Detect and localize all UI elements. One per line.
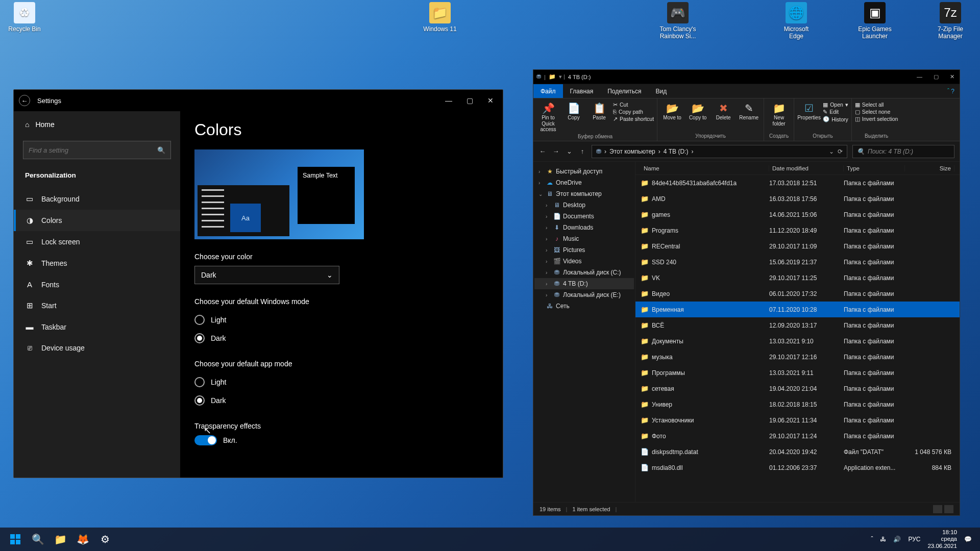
tray-network-icon[interactable]: 🖧 [880,536,886,543]
desktop-icon[interactable]: ▣Epic Games Launcher [855,2,894,40]
tray-chevron-icon[interactable]: ˆ [871,536,873,543]
delete-button[interactable]: ✖Delete [712,101,735,121]
table-row[interactable]: 📁музыка29.10.2017 12:16Папка с файлами [635,349,960,365]
table-row[interactable]: 📁Видео06.01.2020 17:32Папка с файлами [635,286,960,302]
col-type[interactable]: Type [844,165,905,171]
settings-button[interactable]: ⚙ [94,528,116,550]
back-icon[interactable]: ← [19,95,30,106]
tree-node[interactable]: 🖧Сеть [534,300,634,312]
sidebar-item-lock-screen[interactable]: ▭Lock screen [14,231,180,253]
sidebar-item-background[interactable]: ▭Background [14,188,180,210]
sidebar-item-taskbar[interactable]: ▬Taskbar [14,316,180,337]
table-row[interactable]: 📁Документы13.03.2021 9:10Папка с файлами [635,333,960,349]
table-row[interactable]: 📁Временная07.11.2020 10:28Папка с файлам… [635,302,960,317]
table-row[interactable]: 📁сетевая19.04.2020 21:04Папка с файлами [635,381,960,396]
newfolder-button[interactable]: 📁New folder [767,101,791,127]
column-headers[interactable]: Name Date modified Type Size [635,162,960,175]
table-row[interactable]: 📁AMD16.03.2018 17:56Папка с файлами [635,191,960,207]
tab-home[interactable]: Главная [563,84,601,98]
minimize-icon[interactable]: — [917,73,922,80]
copypath-button[interactable]: ⎘ Copy path [613,109,654,115]
settings-titlebar[interactable]: ← Settings — ▢ ✕ [14,90,503,111]
tab-share[interactable]: Поделиться [600,84,648,98]
app-mode-dark[interactable]: Dark [194,391,488,410]
tray-volume-icon[interactable]: 🔊 [893,536,901,543]
ribbon-toggle[interactable]: ˆ ? [942,88,960,95]
tray-lang[interactable]: РУС [908,536,920,543]
taskbar[interactable]: 🔍 📁 🦊 ⚙ ˆ 🖧 🔊 РУС 18:10 среда 23.06.2021… [0,528,980,551]
col-name[interactable]: Name [641,165,769,171]
tree-node[interactable]: ›⛃Локальный диск (E:) [534,289,634,300]
nav-fwd-icon[interactable]: → [552,147,560,155]
explorer-titlebar[interactable]: ⛃|📁▾ |4 ТВ (D:) — ▢ ✕ [533,70,960,84]
tree-node[interactable]: ›🖼Pictures [534,244,634,256]
table-row[interactable]: 📁Programs11.12.2020 18:49Папка с файлами [635,222,960,238]
selectnone-button[interactable]: ▢ Select none [855,109,898,115]
edit-button[interactable]: ✎ Edit [823,109,848,115]
tree-node[interactable]: ›📄Documents [534,211,634,222]
close-icon[interactable]: ✕ [487,96,494,105]
tab-view[interactable]: Вид [648,84,674,98]
close-icon[interactable]: ✕ [950,73,954,80]
breadcrumb-pc[interactable]: Этот компьютер [609,148,655,155]
invert-button[interactable]: ◫ Invert selection [855,116,898,122]
desktop-icon[interactable]: 📁Windows 11 [421,2,459,33]
cut-button[interactable]: ✂ Cut [613,102,654,108]
tree-node[interactable]: ›⛃Локальный диск (C:) [534,267,634,278]
firefox-button[interactable]: 🦊 [71,528,94,550]
open-button[interactable]: ▦ Open ▾ [823,102,848,108]
tree-node[interactable]: ›☁OneDrive [534,177,634,188]
tray-notifications-icon[interactable]: 💬 [964,536,972,543]
table-row[interactable]: 📁Фото29.10.2017 11:24Папка с файлами [635,428,960,444]
table-row[interactable]: 📁Установочники19.06.2021 11:34Папка с фа… [635,412,960,428]
nav-up-icon[interactable]: ↑ [578,147,586,155]
color-select[interactable]: Dark ⌄ [194,266,339,284]
win-mode-light[interactable]: Light [194,311,488,329]
desktop-icon[interactable]: 🎮Tom Clancy's Rainbow Si... [658,2,697,40]
desktop-icon[interactable]: 🌐Microsoft Edge [777,2,816,40]
table-row[interactable]: 📁VK29.10.2017 11:25Папка с файлами [635,270,960,286]
rename-button[interactable]: ✎Rename [737,101,761,121]
tree-node[interactable]: ›🖥Desktop [534,199,634,211]
col-size[interactable]: Size [905,165,954,171]
search-button[interactable]: 🔍 [27,528,49,550]
col-date[interactable]: Date modified [769,165,844,171]
win-mode-dark[interactable]: Dark [194,329,488,347]
nav-down-icon[interactable]: ⌄ [565,147,573,155]
table-row[interactable]: 📁RECentral29.10.2017 11:09Папка с файлам… [635,238,960,254]
table-row[interactable]: 📁SSD 24015.06.2019 21:37Папка с файлами [635,254,960,270]
table-row[interactable]: 📄msdia80.dll01.12.2006 23:37Application … [635,460,960,475]
sidebar-item-device-usage[interactable]: ⎚Device usage [14,337,180,358]
sidebar-item-start[interactable]: ⊞Start [14,295,180,316]
start-button[interactable] [4,528,27,550]
table-row[interactable]: 📁84de414b85431aba6afc64fd1a17.03.2018 12… [635,175,960,191]
address-bar[interactable]: ⛃ › Этот компьютер › 4 ТВ (D:) › ⌄ ⟳ [592,145,847,158]
move-button[interactable]: 📂Move to [660,101,684,121]
app-mode-light[interactable]: Light [194,373,488,391]
pin-button[interactable]: 📌Pin to Quick access [536,101,560,133]
desktop-icon[interactable]: ♻Recycle Bin [5,2,44,33]
tree-node[interactable]: ›🎬Videos [534,256,634,267]
home-link[interactable]: ⌂ Home [14,115,180,134]
transparency-toggle[interactable]: Вкл. [194,435,488,445]
maximize-icon[interactable]: ▢ [934,73,939,80]
table-row[interactable]: 📁ВСЁ12.09.2020 13:17Папка с файлами [635,317,960,333]
view-large-icon[interactable] [944,505,953,513]
settings-search[interactable]: 🔍 [23,141,171,159]
tree-node[interactable]: ›★Быстрый доступ [534,166,634,177]
search-input[interactable] [29,146,157,154]
tree-node[interactable]: ›⛃4 ТВ (D:) [534,278,634,289]
properties-button[interactable]: ☑Properties [797,101,821,121]
paste-button[interactable]: 📋Paste [587,101,611,121]
table-row[interactable]: 📁Программы13.03.2021 9:11Папка с файлами [635,365,960,381]
nav-tree[interactable]: ›★Быстрый доступ›☁OneDrive⌄🖥Этот компьют… [533,162,635,502]
sidebar-item-fonts[interactable]: AFonts [14,274,180,295]
table-row[interactable]: 📁Универ18.02.2018 18:15Папка с файлами [635,396,960,412]
history-button[interactable]: 🕓 History [823,116,848,122]
table-row[interactable]: 📄diskpsdtmp.datat20.04.2020 19:42Файл "D… [635,444,960,460]
tree-node[interactable]: ›⬇Downloads [534,222,634,233]
copyto-button[interactable]: 📂Copy to [686,101,709,121]
sidebar-item-colors[interactable]: ◑Colors [14,210,180,231]
breadcrumb-drive[interactable]: 4 ТВ (D:) [664,148,689,155]
tab-file[interactable]: Файл [533,84,563,98]
